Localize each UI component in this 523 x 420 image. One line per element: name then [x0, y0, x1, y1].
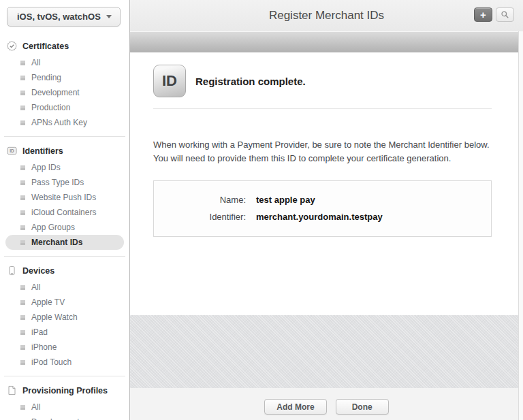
- sidebar-item-label: Website Push IDs: [31, 193, 96, 202]
- platform-filter-dropdown[interactable]: iOS, tvOS, watchOS: [7, 7, 121, 27]
- sidebar-section-certificates: Certificates: [0, 37, 129, 55]
- sidebar-item-label: Apple Watch: [31, 312, 78, 322]
- sidebar-sections: CertificatesAllPendingDevelopmentProduct…: [0, 37, 129, 420]
- header-actions: +: [474, 7, 514, 22]
- add-more-button[interactable]: Add More: [264, 399, 326, 415]
- bullet-icon: [20, 165, 25, 170]
- platform-filter-label: iOS, tvOS, watchOS: [17, 12, 101, 22]
- sidebar-item-pass-type-ids[interactable]: Pass Type IDs: [5, 175, 124, 190]
- merchant-id-summary-box: Name: test apple pay Identifier: merchan…: [153, 180, 492, 237]
- sidebar-divider: [4, 376, 125, 376]
- bullet-icon: [20, 120, 25, 125]
- sidebar-item-all[interactable]: All: [5, 280, 124, 295]
- bullet-icon: [20, 285, 25, 290]
- sidebar-section-label: Identifiers: [22, 146, 63, 156]
- bullet-icon: [20, 315, 25, 320]
- certificate-seal-icon: [7, 41, 17, 51]
- footer-bar: Add More Done: [130, 388, 523, 420]
- chevron-down-icon: [106, 15, 112, 18]
- bullet-icon: [20, 195, 25, 200]
- sidebar-item-label: iPod Touch: [31, 357, 72, 367]
- sidebar-item-app-groups[interactable]: App Groups: [5, 220, 124, 235]
- bullet-icon: [20, 240, 25, 245]
- sidebar-item-all[interactable]: All: [5, 400, 124, 415]
- sidebar-item-website-push-ids[interactable]: Website Push IDs: [5, 190, 124, 205]
- id-badge-icon: ID: [153, 65, 186, 97]
- sidebar-item-development[interactable]: Development: [5, 415, 124, 420]
- sidebar-item-label: Pass Type IDs: [31, 178, 84, 187]
- textured-spacer: [130, 315, 523, 388]
- header-shadow-bar: [130, 31, 523, 52]
- sidebar-section-provisioning-profiles: Provisioning Profiles: [0, 382, 129, 400]
- sidebar-section-label: Devices: [22, 266, 54, 276]
- sidebar-item-development[interactable]: Development: [5, 85, 124, 100]
- sidebar-item-production[interactable]: Production: [5, 100, 124, 115]
- sidebar-section-label: Certificates: [22, 42, 69, 51]
- add-button[interactable]: +: [474, 7, 492, 22]
- sidebar-item-label: Pending: [31, 73, 61, 82]
- sidebar-item-iphone[interactable]: iPhone: [5, 340, 124, 355]
- bullet-icon: [20, 61, 25, 65]
- sidebar-item-label: App Groups: [31, 223, 75, 232]
- page-title: Register Merchant IDs: [269, 9, 384, 22]
- sidebar-item-apple-watch[interactable]: Apple Watch: [5, 310, 124, 325]
- sidebar-item-label: iPad: [31, 327, 48, 337]
- bullet-icon: [20, 330, 25, 335]
- sidebar-item-label: iPhone: [31, 342, 57, 352]
- sidebar-item-ipod-touch[interactable]: iPod Touch: [5, 355, 124, 370]
- id-badge-icon: ID: [7, 146, 17, 156]
- sidebar-divider: [4, 136, 125, 137]
- registration-heading: Registration complete.: [195, 76, 306, 87]
- sidebar-item-pending[interactable]: Pending: [5, 70, 124, 85]
- sidebar-item-merchant-ids[interactable]: Merchant IDs: [5, 235, 124, 250]
- sidebar-item-label: All: [31, 282, 40, 292]
- bullet-icon: [20, 300, 25, 305]
- app-window: iOS, tvOS, watchOS CertificatesAllPendin…: [0, 0, 523, 420]
- field-row-identifier: Identifier: merchant.yourdomain.testpay: [154, 212, 491, 222]
- sidebar-item-ipad[interactable]: iPad: [5, 325, 124, 340]
- device-icon: [7, 265, 17, 276]
- bullet-icon: [20, 405, 25, 410]
- document-icon: [7, 385, 17, 395]
- done-button[interactable]: Done: [336, 399, 389, 415]
- name-label: Name:: [154, 195, 256, 205]
- name-value: test apple pay: [256, 195, 315, 205]
- sidebar-item-app-ids[interactable]: App IDs: [5, 160, 124, 175]
- content-area: ID Registration complete. When working w…: [130, 52, 523, 315]
- sidebar-divider: [4, 256, 125, 257]
- identifier-value: merchant.yourdomain.testpay: [256, 212, 383, 222]
- sidebar-item-label: Development: [31, 417, 80, 420]
- sidebar: iOS, tvOS, watchOS CertificatesAllPendin…: [0, 0, 130, 420]
- sidebar-item-label: Development: [31, 88, 80, 97]
- sidebar-item-apple-tv[interactable]: Apple TV: [5, 295, 124, 310]
- sidebar-item-label: APNs Auth Key: [31, 118, 87, 127]
- bullet-icon: [20, 180, 25, 185]
- field-row-name: Name: test apple pay: [154, 195, 491, 205]
- content-divider: [153, 108, 492, 109]
- bullet-icon: [20, 345, 25, 350]
- bullet-icon: [20, 225, 25, 230]
- sidebar-item-label: iCloud Containers: [31, 208, 96, 217]
- sidebar-item-label: Apple TV: [31, 297, 65, 307]
- sidebar-item-all[interactable]: All: [5, 55, 124, 70]
- sidebar-item-label: All: [31, 58, 40, 67]
- scrollbar-track[interactable]: [518, 31, 523, 420]
- identifier-label: Identifier:: [154, 212, 256, 222]
- bullet-icon: [20, 76, 25, 80]
- bullet-icon: [20, 91, 25, 95]
- magnifier-icon: [500, 10, 510, 20]
- bullet-icon: [20, 210, 25, 215]
- sidebar-section-devices: Devices: [0, 262, 129, 280]
- sidebar-item-icloud-containers[interactable]: iCloud Containers: [5, 205, 124, 220]
- sidebar-section-identifiers: IDIdentifiers: [0, 142, 129, 160]
- page-header: Register Merchant IDs +: [130, 0, 523, 31]
- search-button[interactable]: [496, 7, 514, 22]
- sidebar-item-label: App IDs: [31, 163, 61, 172]
- sidebar-item-apns-auth-key[interactable]: APNs Auth Key: [5, 115, 124, 130]
- sidebar-item-label: All: [31, 402, 40, 412]
- svg-text:ID: ID: [10, 148, 14, 153]
- bullet-icon: [20, 360, 25, 365]
- sidebar-item-label: Production: [31, 103, 70, 112]
- bullet-icon: [20, 106, 25, 110]
- registration-row: ID Registration complete.: [153, 65, 492, 97]
